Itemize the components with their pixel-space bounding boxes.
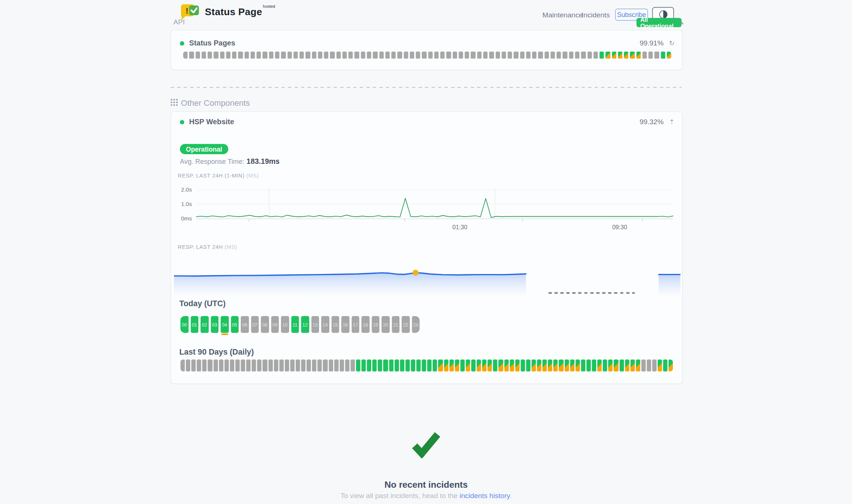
day-block	[636, 359, 640, 371]
nav-maintenance[interactable]: Maintenance	[543, 11, 583, 19]
day-block	[339, 359, 344, 371]
hour-degraded-strip	[221, 334, 228, 335]
uptime-tick	[385, 52, 390, 59]
uptime-tick	[324, 52, 328, 59]
day-block	[285, 359, 289, 371]
hour-block-01: 01	[191, 316, 198, 333]
uptime-tick	[477, 52, 482, 59]
no-incidents-subtitle: To view all past incidents, head to the …	[171, 491, 681, 500]
incidents-history-link[interactable]: incidents history	[460, 491, 510, 500]
uptime-tick	[502, 52, 506, 59]
overall-status-badge[interactable]: All Operational	[637, 18, 682, 27]
hour-block-18: 18	[362, 316, 369, 333]
uptime-tick	[410, 52, 414, 59]
hour-block-00: 00	[181, 316, 188, 333]
uptime-tick	[667, 52, 671, 59]
uptime-tick	[440, 52, 445, 59]
last-90-days-blocks	[181, 359, 674, 371]
day-block	[510, 359, 514, 371]
day-block	[263, 359, 267, 371]
day-block	[202, 359, 207, 371]
hour-block-07: 07	[251, 316, 259, 333]
hour-block-20: 20	[382, 316, 389, 333]
day-block	[553, 359, 558, 371]
day-block	[191, 359, 196, 371]
day-block	[564, 359, 569, 371]
uptime-tick	[355, 52, 359, 59]
day-block	[219, 359, 223, 371]
day-block	[592, 359, 596, 371]
uptime-tickbar	[183, 52, 671, 59]
day-block	[608, 359, 613, 371]
nav-incidents[interactable]: Incidents	[581, 11, 610, 19]
brand-name: Status Page	[205, 7, 262, 17]
days-title: Last 90 Days (Daily)	[180, 348, 254, 356]
uptime-tick	[661, 52, 665, 59]
day-block	[543, 359, 547, 371]
uptime-percent: 99.32%	[640, 118, 664, 126]
uptime-tick	[373, 52, 378, 59]
day-block	[658, 359, 662, 371]
hour-block-22: 22	[402, 316, 409, 333]
uptime-tick	[600, 52, 604, 59]
day-block	[652, 359, 657, 371]
refresh-icon[interactable]: ↻	[669, 39, 675, 47]
day-block	[559, 359, 563, 371]
hour-block-03: 03	[211, 316, 218, 333]
uptime-tick	[367, 52, 371, 59]
no-incidents-title: No recent incidents	[171, 480, 681, 490]
chart1-ytick-1s: 1.0s	[175, 200, 192, 207]
uptime-tick	[183, 52, 188, 59]
uptime-tick	[648, 52, 653, 59]
uptime-tick	[538, 52, 543, 59]
day-block	[318, 359, 322, 371]
uptime-tick	[544, 52, 549, 59]
uptime-tick	[563, 52, 567, 59]
uptime-tick	[569, 52, 573, 59]
day-block	[208, 359, 212, 371]
hour-block-09: 09	[271, 316, 279, 333]
uptime-tick	[398, 52, 402, 59]
day-block	[224, 359, 229, 371]
today-hour-blocks: 0001020304050607080910111213141516171819…	[181, 316, 420, 333]
uptime-tick	[220, 52, 224, 59]
header: ! Status Page hosted Maintenance Inciden…	[171, 0, 681, 29]
uptime-tick	[214, 52, 218, 59]
hour-block-19: 19	[372, 316, 379, 333]
hour-block-14: 14	[321, 316, 329, 333]
day-block	[279, 359, 284, 371]
day-block	[576, 359, 580, 371]
day-block	[312, 359, 316, 371]
hour-block-04: 04	[221, 316, 228, 333]
uptime-tick	[483, 52, 488, 59]
uptime-tick	[655, 52, 659, 59]
day-block	[235, 359, 240, 371]
response-time-area-chart	[174, 267, 681, 297]
day-block	[526, 359, 530, 371]
avg-response-label: Avg. Response Time:	[180, 158, 244, 166]
hour-block-16: 16	[341, 316, 349, 333]
collapse-arrow-icon[interactable]: ⇡	[669, 118, 675, 126]
day-block	[433, 359, 437, 371]
uptime-tick	[238, 52, 243, 59]
day-block	[372, 359, 377, 371]
day-block	[488, 359, 492, 371]
no-incidents-check	[171, 430, 681, 458]
uptime-tick	[251, 52, 255, 59]
day-block	[597, 359, 602, 371]
uptime-tick	[496, 52, 500, 59]
chart1-ytick-2s: 2.0s	[175, 186, 192, 193]
hour-block-13: 13	[311, 316, 319, 333]
check-icon	[410, 430, 442, 458]
uptime-tick	[263, 52, 267, 59]
uptime-tick	[489, 52, 494, 59]
status-dot-icon	[180, 41, 184, 45]
uptime-tick	[403, 52, 408, 59]
day-block	[290, 359, 295, 371]
uptime-tick	[514, 52, 518, 59]
day-block	[586, 359, 591, 371]
uptime-tick	[202, 52, 206, 59]
day-block	[521, 359, 525, 371]
day-block	[663, 359, 668, 371]
day-block	[389, 359, 393, 371]
